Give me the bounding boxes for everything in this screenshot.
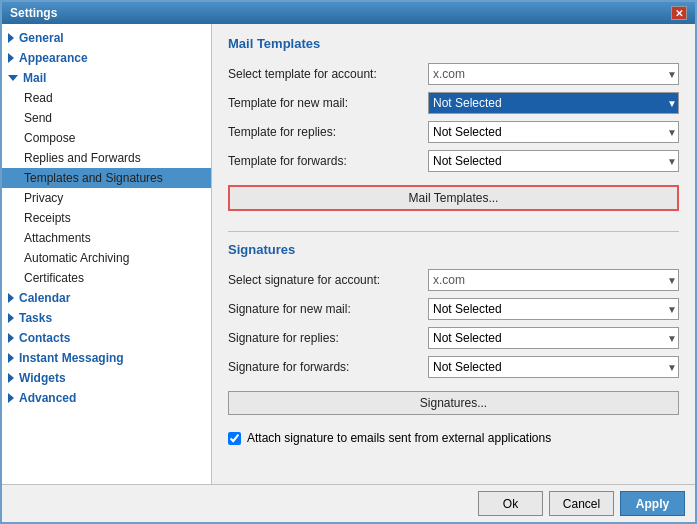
template-replies-label: Template for replies: xyxy=(228,125,428,139)
sidebar-label-advanced: Advanced xyxy=(19,391,76,405)
sidebar-item-send[interactable]: Send xyxy=(2,108,211,128)
sidebar: General Appearance Mail Read Send Compos… xyxy=(2,24,212,484)
chevron-right-icon xyxy=(8,313,14,323)
sidebar-label-widgets: Widgets xyxy=(19,371,66,385)
sidebar-item-templates-signatures[interactable]: Templates and Signatures xyxy=(2,168,211,188)
template-forwards-row: Template for forwards: Not Selected ▼ xyxy=(228,150,679,172)
template-forwards-select[interactable]: Not Selected xyxy=(428,150,679,172)
section-divider xyxy=(228,231,679,232)
main-content: General Appearance Mail Read Send Compos… xyxy=(2,24,695,484)
sig-account-select[interactable]: x.com xyxy=(428,269,679,291)
template-account-select[interactable]: x.com xyxy=(428,63,679,85)
close-button[interactable]: ✕ xyxy=(671,6,687,20)
sidebar-label-compose: Compose xyxy=(24,131,75,145)
template-account-row: Select template for account: x.com ▼ xyxy=(228,63,679,85)
sidebar-label-receipts: Receipts xyxy=(24,211,71,225)
sig-new-select[interactable]: Not Selected xyxy=(428,298,679,320)
sidebar-label-tasks: Tasks xyxy=(19,311,52,325)
title-bar: Settings ✕ xyxy=(2,2,695,24)
chevron-down-icon xyxy=(8,75,18,81)
sidebar-item-attachments[interactable]: Attachments xyxy=(2,228,211,248)
template-replies-select-wrapper: Not Selected ▼ xyxy=(428,121,679,143)
sidebar-item-mail[interactable]: Mail xyxy=(2,68,211,88)
sidebar-label-calendar: Calendar xyxy=(19,291,70,305)
template-new-label: Template for new mail: xyxy=(228,96,428,110)
sidebar-label-contacts: Contacts xyxy=(19,331,70,345)
sidebar-item-receipts[interactable]: Receipts xyxy=(2,208,211,228)
sidebar-label-read: Read xyxy=(24,91,53,105)
sidebar-item-replies-forwards[interactable]: Replies and Forwards xyxy=(2,148,211,168)
template-account-select-wrapper: x.com ▼ xyxy=(428,63,679,85)
template-forwards-select-wrapper: Not Selected ▼ xyxy=(428,150,679,172)
sidebar-item-auto-archiving[interactable]: Automatic Archiving xyxy=(2,248,211,268)
settings-window: Settings ✕ General Appearance Mail Read xyxy=(0,0,697,524)
template-new-row: Template for new mail: Not Selected ▼ xyxy=(228,92,679,114)
window-title: Settings xyxy=(10,6,57,20)
sig-account-row: Select signature for account: x.com ▼ xyxy=(228,269,679,291)
chevron-right-icon xyxy=(8,333,14,343)
mail-templates-button[interactable]: Mail Templates... xyxy=(228,185,679,211)
sidebar-item-read[interactable]: Read xyxy=(2,88,211,108)
sig-forwards-label: Signature for forwards: xyxy=(228,360,428,374)
sidebar-label-auto-archiving: Automatic Archiving xyxy=(24,251,129,265)
mail-templates-section-title: Mail Templates xyxy=(228,36,679,53)
chevron-right-icon xyxy=(8,33,14,43)
sidebar-item-contacts[interactable]: Contacts xyxy=(2,328,211,348)
chevron-right-icon xyxy=(8,373,14,383)
chevron-right-icon xyxy=(8,293,14,303)
sidebar-label-send: Send xyxy=(24,111,52,125)
sig-new-row: Signature for new mail: Not Selected ▼ xyxy=(228,298,679,320)
attach-sig-label: Attach signature to emails sent from ext… xyxy=(247,431,551,445)
sig-replies-select[interactable]: Not Selected xyxy=(428,327,679,349)
template-replies-row: Template for replies: Not Selected ▼ xyxy=(228,121,679,143)
sidebar-label-attachments: Attachments xyxy=(24,231,91,245)
template-new-select-wrapper: Not Selected ▼ xyxy=(428,92,679,114)
sidebar-item-general[interactable]: General xyxy=(2,28,211,48)
sidebar-item-widgets[interactable]: Widgets xyxy=(2,368,211,388)
sidebar-item-appearance[interactable]: Appearance xyxy=(2,48,211,68)
cancel-button[interactable]: Cancel xyxy=(549,491,614,516)
sidebar-item-tasks[interactable]: Tasks xyxy=(2,308,211,328)
sidebar-label-privacy: Privacy xyxy=(24,191,63,205)
sidebar-item-compose[interactable]: Compose xyxy=(2,128,211,148)
sidebar-item-calendar[interactable]: Calendar xyxy=(2,288,211,308)
attach-sig-row: Attach signature to emails sent from ext… xyxy=(228,431,679,445)
sidebar-label-certificates: Certificates xyxy=(24,271,84,285)
sig-forwards-select-wrapper: Not Selected ▼ xyxy=(428,356,679,378)
sig-replies-row: Signature for replies: Not Selected ▼ xyxy=(228,327,679,349)
sidebar-label-mail: Mail xyxy=(23,71,46,85)
sidebar-label-instant-messaging: Instant Messaging xyxy=(19,351,124,365)
ok-button[interactable]: Ok xyxy=(478,491,543,516)
sig-forwards-row: Signature for forwards: Not Selected ▼ xyxy=(228,356,679,378)
sidebar-item-instant-messaging[interactable]: Instant Messaging xyxy=(2,348,211,368)
signatures-section-title: Signatures xyxy=(228,242,679,259)
sig-new-label: Signature for new mail: xyxy=(228,302,428,316)
sidebar-label-appearance: Appearance xyxy=(19,51,88,65)
sig-forwards-select[interactable]: Not Selected xyxy=(428,356,679,378)
sidebar-item-privacy[interactable]: Privacy xyxy=(2,188,211,208)
sidebar-label-general: General xyxy=(19,31,64,45)
sig-replies-select-wrapper: Not Selected ▼ xyxy=(428,327,679,349)
sig-account-select-wrapper: x.com ▼ xyxy=(428,269,679,291)
chevron-right-icon xyxy=(8,53,14,63)
chevron-right-icon xyxy=(8,393,14,403)
apply-button[interactable]: Apply xyxy=(620,491,685,516)
template-replies-select[interactable]: Not Selected xyxy=(428,121,679,143)
template-new-select[interactable]: Not Selected xyxy=(428,92,679,114)
bottom-bar: Ok Cancel Apply xyxy=(2,484,695,522)
sidebar-item-certificates[interactable]: Certificates xyxy=(2,268,211,288)
main-panel: Mail Templates Select template for accou… xyxy=(212,24,695,484)
template-account-label: Select template for account: xyxy=(228,67,428,81)
sidebar-label-templates-signatures: Templates and Signatures xyxy=(24,171,163,185)
template-forwards-label: Template for forwards: xyxy=(228,154,428,168)
sidebar-label-replies-forwards: Replies and Forwards xyxy=(24,151,141,165)
chevron-right-icon xyxy=(8,353,14,363)
sig-replies-label: Signature for replies: xyxy=(228,331,428,345)
signatures-button[interactable]: Signatures... xyxy=(228,391,679,415)
sig-new-select-wrapper: Not Selected ▼ xyxy=(428,298,679,320)
sidebar-item-advanced[interactable]: Advanced xyxy=(2,388,211,408)
sig-account-label: Select signature for account: xyxy=(228,273,428,287)
attach-sig-checkbox[interactable] xyxy=(228,432,241,445)
